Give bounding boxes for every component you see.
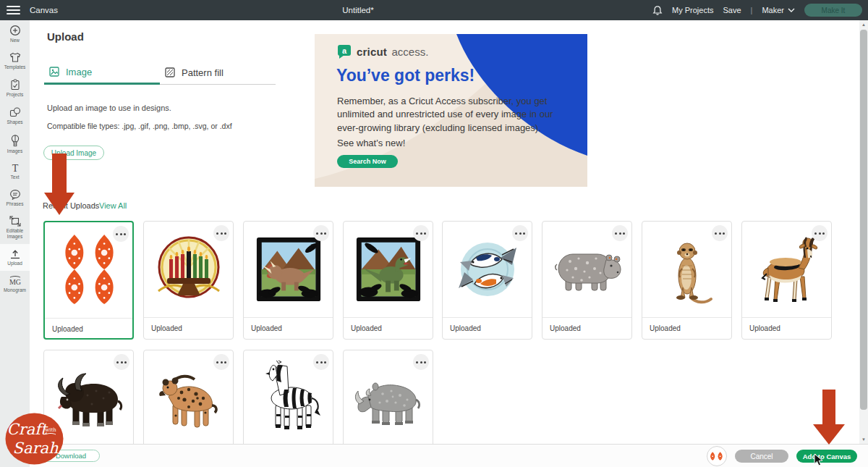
- chevron-down-icon: [788, 8, 795, 12]
- topbar-divider: |: [751, 6, 753, 14]
- tab-image-label: Image: [66, 67, 92, 77]
- logo-word-craft: Craft: [7, 421, 48, 438]
- sidebar-item-shapes[interactable]: Shapes: [0, 102, 30, 130]
- images-balloon-icon: [10, 135, 20, 147]
- upload-icon: [9, 248, 21, 259]
- machine-label: Maker: [762, 6, 784, 14]
- sidebar-item-monogram[interactable]: MG Monogram: [0, 271, 30, 298]
- machine-select[interactable]: Maker: [762, 6, 795, 14]
- tile-options-button[interactable]: [413, 225, 429, 241]
- top-bar: Canvas Untitled* My Projects Save | Make…: [0, 0, 868, 20]
- cricut-access-mark-icon: a: [337, 44, 352, 59]
- cricut-access-logo: a cricut access.: [337, 44, 428, 59]
- tab-pattern-fill[interactable]: Pattern fill: [160, 61, 276, 85]
- tile-options-button[interactable]: [612, 225, 628, 241]
- upload-status: Uploaded: [344, 317, 433, 339]
- sidebar-label: New: [10, 38, 20, 43]
- view-all-link[interactable]: View All: [99, 201, 127, 210]
- tile-options-button[interactable]: [712, 225, 728, 241]
- tile-options-button[interactable]: [213, 225, 229, 241]
- sidebar-item-editable-images[interactable]: Editable Images: [0, 211, 30, 244]
- tile-options-button[interactable]: [313, 225, 329, 241]
- sidebar-item-phrases[interactable]: Phrases: [0, 185, 30, 211]
- upload-description: Upload an image to use in designs.: [47, 104, 171, 112]
- upload-tile-meerkat[interactable]: Uploaded: [642, 221, 732, 340]
- scrollbar-up-arrow[interactable]: ▲: [859, 20, 868, 29]
- tile-options-button[interactable]: [113, 226, 129, 242]
- bottom-action-bar: Download Cancel Add to Canvas: [30, 444, 868, 467]
- logo-word-sarah: Sarah: [13, 439, 59, 457]
- svg-text:T: T: [12, 163, 18, 173]
- sidebar-item-templates[interactable]: Templates: [0, 48, 30, 75]
- sidebar-label: Phrases: [7, 201, 24, 207]
- annotation-arrow-recent-upload: [44, 153, 75, 216]
- upload-status: Uploaded: [742, 317, 831, 339]
- cancel-button[interactable]: Cancel: [735, 450, 788, 463]
- shapes-icon: [9, 106, 21, 118]
- sidebar-label: Images: [7, 148, 22, 154]
- brand-cricut: cricut: [357, 46, 387, 58]
- tile-options-button[interactable]: [114, 354, 129, 370]
- sidebar-label: Text: [11, 174, 20, 180]
- svg-text:MG: MG: [9, 278, 20, 286]
- sidebar-item-new[interactable]: New: [0, 20, 30, 48]
- craft-with-sarah-logo: Craft with Sarah: [5, 413, 64, 465]
- upload-status: Uploaded: [542, 317, 631, 339]
- sidebar-label: Upload: [7, 261, 22, 266]
- banner-see-whats-new: See what's new!: [337, 138, 405, 148]
- templates-shirt-icon: [9, 52, 21, 63]
- vertical-scrollbar: ▲ ▼: [859, 20, 868, 444]
- add-to-canvas-button[interactable]: Add to Canvas: [796, 450, 857, 463]
- my-projects-link[interactable]: My Projects: [672, 6, 713, 14]
- cricut-access-banner: a cricut access. You’ve got perks! Remem…: [315, 34, 587, 187]
- upload-status: Uploaded: [642, 317, 731, 339]
- file-types-note: Compatible file types: .jpg, .gif, .png,…: [47, 122, 232, 130]
- upload-tile-gazelle[interactable]: Uploaded: [741, 221, 832, 340]
- projects-clipboard-icon: [10, 79, 20, 91]
- pattern-icon: [165, 67, 175, 77]
- sidebar-label: Editable Images: [0, 228, 30, 240]
- tile-options-button[interactable]: [512, 225, 528, 241]
- scrollbar-down-arrow[interactable]: ▼: [859, 435, 868, 444]
- save-link[interactable]: Save: [723, 6, 741, 14]
- notification-bell-icon[interactable]: [652, 5, 663, 16]
- upload-tile-hippo[interactable]: Uploaded: [542, 221, 632, 340]
- upload-tabs: Image Pattern fill: [44, 61, 276, 85]
- upload-tile-triceratops[interactable]: Uploaded: [243, 221, 333, 340]
- tile-options-button[interactable]: [812, 225, 827, 241]
- tile-options-button[interactable]: [413, 354, 429, 370]
- sidebar-item-text[interactable]: T Text: [0, 159, 30, 185]
- image-icon: [49, 67, 59, 77]
- upload-tile-trex[interactable]: Uploaded: [343, 221, 433, 340]
- selected-upload-preview-icon: [707, 446, 727, 466]
- upload-status: Uploaded: [244, 317, 333, 339]
- page-title: Upload: [47, 30, 84, 43]
- tab-pattern-fill-label: Pattern fill: [182, 67, 224, 78]
- annotation-arrow-add-to-canvas: [813, 390, 845, 445]
- upload-status: Uploaded: [144, 317, 233, 339]
- text-icon: T: [10, 163, 20, 173]
- logo-word-with: with: [45, 427, 56, 433]
- document-title: Untitled*: [0, 0, 716, 20]
- sidebar-item-projects[interactable]: Projects: [0, 75, 30, 102]
- sidebar-item-images[interactable]: Images: [0, 130, 30, 159]
- tab-image[interactable]: Image: [44, 61, 160, 85]
- upload-tile-ornaments[interactable]: Uploaded: [43, 221, 134, 340]
- upload-tile-kwanzaa-kinara[interactable]: Uploaded: [143, 221, 234, 340]
- new-plus-icon: [9, 25, 21, 36]
- sidebar-item-upload[interactable]: Upload: [0, 244, 30, 271]
- scrollbar-thumb[interactable]: [860, 30, 867, 410]
- upload-status: Uploaded: [45, 318, 132, 340]
- mouse-cursor: [814, 453, 823, 466]
- tile-options-button[interactable]: [313, 354, 329, 370]
- banner-headline: You’ve got perks!: [336, 66, 475, 85]
- search-now-button[interactable]: Search Now: [337, 155, 398, 168]
- sidebar-label: Shapes: [7, 119, 22, 125]
- make-it-button[interactable]: Make It: [804, 4, 862, 17]
- tile-options-button[interactable]: [213, 354, 229, 370]
- sidebar-label: Projects: [7, 92, 23, 98]
- banner-body: Remember, as a Cricut Access subscriber,…: [337, 95, 576, 135]
- upload-panel: Upload Image Pattern fill Upload an imag…: [30, 20, 868, 467]
- upload-tile-koi-fish[interactable]: Uploaded: [442, 221, 532, 340]
- sidebar-label: Templates: [4, 64, 26, 70]
